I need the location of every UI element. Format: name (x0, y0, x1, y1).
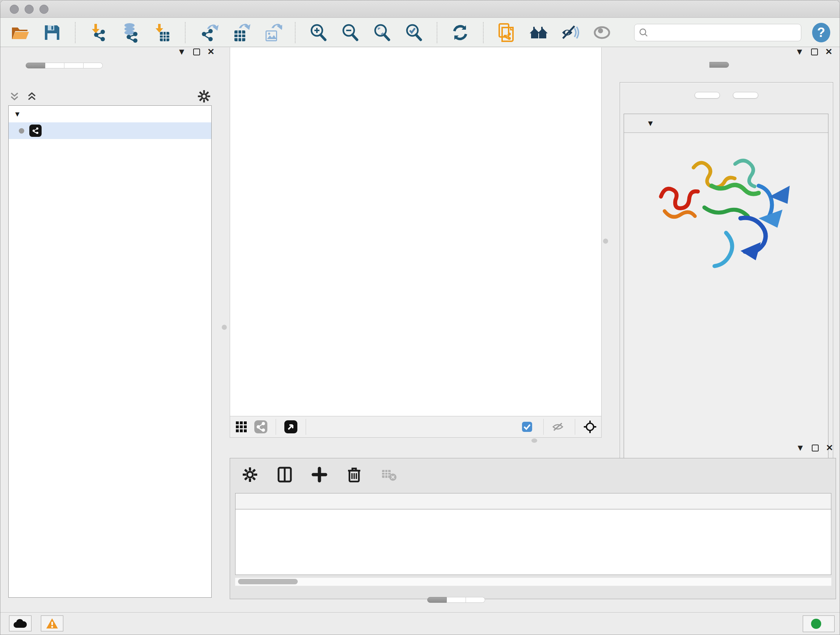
node-table (235, 493, 831, 575)
collapse-panel-icon[interactable]: ▼ (177, 48, 186, 56)
toolbar-separator (483, 22, 484, 43)
add-column-icon[interactable] (309, 465, 329, 485)
hidden-eye-icon[interactable] (552, 421, 564, 433)
traffic-lights (10, 5, 49, 14)
search-icon (639, 28, 648, 37)
table-tabs (427, 597, 485, 603)
import-table-button[interactable] (152, 21, 172, 44)
table-settings-gear-icon[interactable] (240, 465, 260, 485)
collapse-panel-icon[interactable]: ▼ (796, 443, 805, 452)
title-bar (0, 0, 840, 18)
protein-structure-image (650, 142, 802, 283)
collapse-all-icon[interactable] (8, 90, 21, 103)
export-network-button[interactable] (198, 21, 219, 44)
table-header-row (235, 494, 831, 509)
import-database-button[interactable] (120, 21, 141, 44)
memory-status-dot (811, 619, 821, 629)
hidden-count (552, 421, 567, 433)
toolbar-separator (75, 22, 76, 43)
tab-select[interactable] (65, 63, 84, 68)
horizontal-splitter-handle[interactable] (531, 439, 537, 443)
selected-checkbox-icon[interactable] (522, 421, 532, 432)
delete-column-trash-icon[interactable] (344, 465, 364, 485)
toolbar-separator (437, 22, 437, 43)
expand-all-button[interactable] (695, 92, 720, 98)
tab-node-table[interactable] (427, 597, 447, 603)
vertical-splitter-handle[interactable] (222, 325, 227, 330)
minimize-window-icon[interactable] (25, 5, 34, 14)
export-table-button[interactable] (230, 21, 251, 44)
collapse-panel-icon[interactable]: ▼ (795, 48, 804, 56)
search-input[interactable] (652, 27, 797, 38)
close-panel-icon[interactable]: ✕ (825, 48, 832, 56)
vertical-splitter-handle[interactable] (603, 239, 608, 244)
table-horizontal-scrollbar[interactable] (235, 578, 831, 586)
expand-all-icon[interactable] (26, 90, 38, 103)
fit-selection-crosshair-icon[interactable] (583, 420, 597, 434)
control-panel-tabs (26, 63, 103, 68)
float-panel-icon[interactable] (193, 49, 200, 55)
home-networks-button[interactable] (528, 21, 549, 44)
scrollbar-thumb[interactable] (238, 579, 298, 584)
network-canvas[interactable] (230, 48, 602, 416)
toolbar-separator (295, 22, 295, 43)
status-bar (0, 612, 840, 635)
export-image-button[interactable] (262, 21, 283, 44)
gear-icon[interactable] (197, 89, 211, 103)
table-toolbar (230, 458, 836, 489)
close-panel-icon[interactable]: ✕ (207, 48, 215, 56)
show-eye-button[interactable] (592, 21, 613, 44)
birdseye-view-icon[interactable] (284, 420, 298, 434)
toolbar-separator (185, 22, 186, 43)
string-network-icon (29, 125, 42, 137)
cytoscape-window: ? ▼ ✕ ▼ (0, 0, 840, 635)
zoom-out-button[interactable] (340, 21, 361, 44)
table-panel: ▼ ✕ (230, 443, 836, 614)
network-row-selected[interactable] (9, 122, 211, 139)
zoom-in-button[interactable] (308, 21, 329, 44)
network-list: ▼ (8, 105, 212, 598)
copy-network-button[interactable] (496, 21, 517, 44)
maximize-window-icon[interactable] (39, 5, 49, 14)
cloud-icon (13, 618, 27, 629)
open-session-button[interactable] (10, 21, 31, 44)
tab-edge-table[interactable] (447, 597, 466, 603)
collapse-gene-icon[interactable]: ▼ (646, 119, 654, 128)
network-collection-row[interactable]: ▼ (9, 106, 211, 122)
share-view-icon[interactable] (254, 420, 268, 434)
search-box (634, 24, 801, 41)
collapse-all-button[interactable] (733, 92, 758, 98)
hide-unhide-button[interactable] (560, 21, 581, 44)
close-panel-icon[interactable]: ✕ (826, 443, 833, 452)
network-current-dot (19, 128, 24, 134)
save-session-button[interactable] (42, 21, 63, 44)
help-button[interactable]: ? (812, 23, 831, 42)
selected-count (522, 421, 535, 432)
network-view-toolbar (230, 416, 602, 438)
float-panel-icon[interactable] (811, 49, 818, 55)
warning-icon (46, 618, 58, 629)
zoom-selected-button[interactable] (403, 21, 424, 44)
gene-section-header[interactable]: ▼ (624, 114, 828, 133)
refresh-button[interactable] (450, 21, 471, 44)
tab-sets[interactable] (84, 63, 103, 68)
close-window-icon[interactable] (10, 5, 19, 14)
tree-expand-icon[interactable]: ▼ (14, 110, 21, 119)
tab-network-table[interactable] (466, 597, 485, 603)
float-panel-icon[interactable] (812, 445, 819, 451)
main-toolbar: ? (0, 18, 840, 47)
tab-style[interactable] (45, 63, 65, 68)
tab-string[interactable] (709, 62, 729, 68)
memory-button[interactable] (803, 616, 835, 632)
grid-view-icon[interactable] (234, 420, 248, 434)
gene-description (624, 133, 828, 139)
tab-network[interactable] (26, 63, 45, 68)
cloud-status-button[interactable] (9, 616, 32, 631)
control-panel: ▼ ✕ ▼ (5, 48, 215, 600)
import-network-button[interactable] (88, 21, 109, 44)
warnings-button[interactable] (41, 616, 63, 631)
table-row[interactable] (235, 509, 831, 524)
show-columns-icon[interactable] (275, 465, 294, 485)
delete-table-icon[interactable] (379, 465, 399, 485)
zoom-fit-button[interactable] (371, 21, 393, 44)
